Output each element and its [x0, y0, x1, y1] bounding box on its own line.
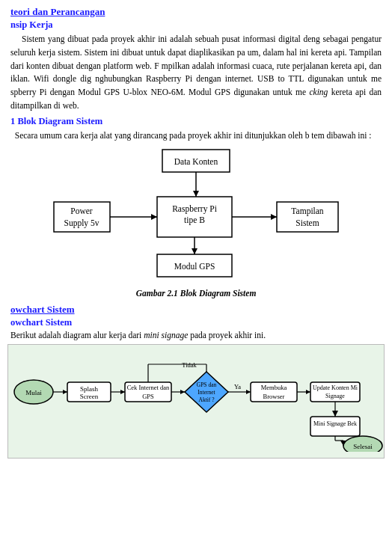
- power-supply-label-line1: Power: [70, 206, 93, 215]
- prinsip-kerja-text: Sistem yang dibuat pada proyek akhir ini…: [10, 33, 382, 113]
- cek-internet-label-line2: GPS: [142, 393, 154, 400]
- page-container: teori dan Perancangan nsip Kerja Sistem …: [0, 0, 392, 464]
- prinsip-kerja-title: nsip Kerja: [10, 19, 382, 31]
- raspberry-label-line2: tipe B: [184, 215, 205, 225]
- svg-marker-27: [246, 390, 251, 394]
- power-supply-label-line2: Supply 5v: [64, 218, 99, 228]
- block-diagram-container: Data Konten Power Supply 5v Raspberry Pi…: [10, 146, 382, 284]
- tampilan-label-line2: Sistem: [295, 218, 319, 227]
- flowchart-desc: Berikut adalah diagram alur kerja dari m…: [10, 331, 382, 340]
- tidak-label: Tidak: [182, 361, 197, 369]
- modul-gps-label: Modul GPS: [174, 262, 215, 271]
- flowchart-wrapper: Mulai Splash Screen Cek Internet dan GPS…: [7, 344, 385, 459]
- svg-marker-8: [271, 214, 277, 220]
- data-konten-label: Data Konten: [174, 157, 218, 166]
- splash-screen-label-line2: Screen: [80, 393, 99, 400]
- diagram-caption: Gambar 2.1 Blok Diagram Sistem: [10, 289, 382, 298]
- flowchart-svg: Mulai Splash Screen Cek Internet dan GPS…: [11, 351, 390, 452]
- flowchart-section-title: owchart Sistem: [10, 304, 382, 316]
- mini-signage-label-line1: Mini Signage Bek: [313, 420, 357, 427]
- svg-marker-18: [120, 390, 125, 394]
- diamond-label-line1: GPS dan: [197, 381, 217, 388]
- splash-screen-label-line1: Splash: [80, 385, 99, 393]
- svg-marker-11: [192, 248, 197, 254]
- membuka-browser-label-line1: Membuka: [261, 384, 287, 391]
- svg-marker-15: [63, 390, 67, 394]
- svg-marker-5: [151, 214, 157, 220]
- membuka-browser-label-line2: Browser: [263, 393, 285, 400]
- selesai-label: Selesai: [353, 443, 373, 450]
- flowchart-subsection-title: owchart Sistem: [10, 317, 382, 328]
- update-konten-label-line1: Update Konten Mi: [313, 384, 358, 391]
- section-title: teori dan Perancangan: [10, 6, 382, 18]
- block-diagram-svg: Data Konten Power Supply 5v Raspberry Pi…: [46, 146, 346, 284]
- blok-diagram-title: 1 Blok Diagram Sistem: [10, 116, 382, 127]
- update-konten-label-line2: Signage: [325, 393, 345, 399]
- blok-diagram-intro: Secara umum cara kerja alat yang diranca…: [10, 129, 382, 143]
- svg-marker-30: [306, 390, 310, 394]
- mulai-label: Mulai: [25, 389, 42, 396]
- raspberry-label-line1: Raspberry Pi: [172, 204, 217, 214]
- svg-marker-33: [332, 411, 338, 417]
- tampilan-label-line1: Tampilan: [291, 206, 324, 216]
- cek-internet-label-line1: Cek Internet dan: [127, 384, 170, 391]
- diamond-label-line3: Aktif ?: [198, 396, 215, 403]
- diamond-label-line2: Internet: [197, 389, 215, 396]
- ya-label: Ya: [234, 383, 241, 390]
- svg-marker-2: [193, 191, 199, 197]
